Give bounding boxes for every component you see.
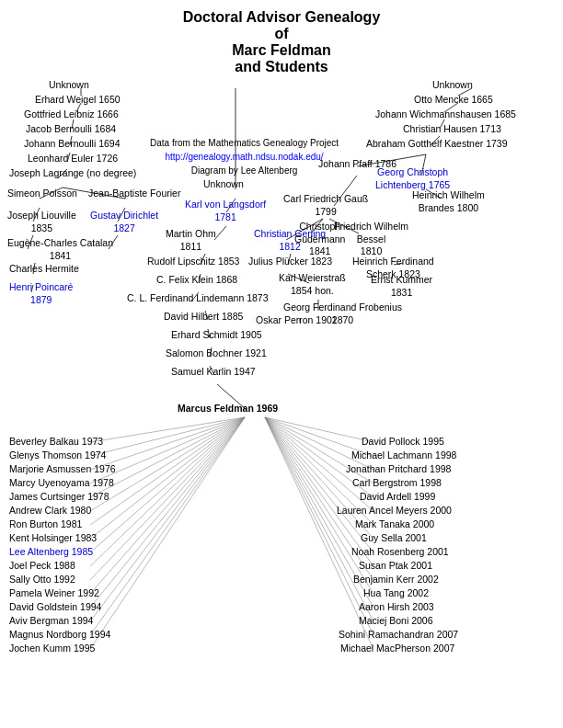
node-lichtenberg: Georg ChristophLichtenberg 1765 xyxy=(375,166,450,191)
svg-line-43 xyxy=(90,417,245,470)
node-perron: Oskar Perron 1902 xyxy=(256,314,338,327)
node-lindemann: C. L. Ferdinand Lindemann 1873 xyxy=(127,292,269,305)
node-balkau: Beverley Balkau 1973 xyxy=(9,436,103,449)
svg-line-53 xyxy=(90,417,245,608)
svg-line-66 xyxy=(265,417,373,566)
node-uyenoyama: Marcy Uyenoyama 1978 xyxy=(9,477,114,490)
node-lachmann: Michael Lachmann 1998 xyxy=(351,449,456,462)
node-weierstrass: Karl Weierstraß1854 hon. xyxy=(279,272,346,297)
node-hermite: Charles Hermite xyxy=(9,263,79,276)
node-bergstrom: Carl Bergstrom 1998 xyxy=(352,477,442,490)
node-rosenberg: Noah Rosenberg 2001 xyxy=(351,546,449,559)
svg-line-57 xyxy=(265,417,373,442)
node-lipschitz: Rudolf Lipschitz 1853 xyxy=(147,256,239,268)
node-bessel: Friedrich WilhelmBessel1810 xyxy=(334,221,408,258)
node-unknown-left: Unknown xyxy=(49,79,89,92)
node-thomson: Glenys Thomson 1974 xyxy=(9,449,106,462)
node-gauss: Carl Friedrich Gauß1799 xyxy=(283,193,368,218)
node-karlin: Samuel Karlin 1947 xyxy=(171,366,256,379)
node-tang: Hua Tang 2002 xyxy=(363,587,429,600)
node-peck: Joel Peck 1988 xyxy=(9,560,75,573)
node-poisson: Simeon Poisson xyxy=(7,188,77,200)
node-goldstein: David Goldstein 1994 xyxy=(9,601,101,614)
node-liouville: Joseph Liouville1835 xyxy=(7,210,76,234)
svg-line-56 xyxy=(90,417,245,649)
node-curtsinger: James Curtsinger 1978 xyxy=(9,491,109,504)
node-schmidt: Erhard Schmidt 1905 xyxy=(171,329,262,342)
node-nordborg: Magnus Nordborg 1994 xyxy=(9,629,110,642)
svg-line-52 xyxy=(90,417,245,594)
node-johann-bernoulli: Johann Bernoulli 1694 xyxy=(24,138,121,151)
node-ohm: Martin Ohm1811 xyxy=(166,228,216,253)
node-pritchard: Jonathan Pritchard 1998 xyxy=(346,463,451,476)
title-line4: and Students xyxy=(7,59,556,75)
title-line3: Marc Feldman xyxy=(7,42,556,59)
node-boni: Maciej Boni 2006 xyxy=(359,615,433,628)
node-ardell: David Ardell 1999 xyxy=(360,491,435,504)
node-lagrange: Joseph Lagrange (no degree) xyxy=(9,167,136,180)
node-weiner: Pamela Weiner 1992 xyxy=(9,587,99,600)
info-line2: http://genealogy.math.ndsu.nodak.edu/ xyxy=(150,150,339,164)
node-jacob-bernoulli: Jacob Bernoulli 1684 xyxy=(26,123,116,136)
node-poincare: Henri Poincaré1879 xyxy=(9,281,73,306)
node-euler: Leonhard Euler 1726 xyxy=(28,153,118,165)
node-feldman: Marcus Feldman 1969 xyxy=(178,403,278,415)
title-line2: of xyxy=(7,26,556,42)
svg-line-55 xyxy=(90,417,245,635)
svg-line-41 xyxy=(90,417,245,442)
node-macpherson: Michael MacPherson 2007 xyxy=(340,643,454,655)
node-kaestner: Abraham Gotthelf Kaestner 1739 xyxy=(366,138,508,151)
page: Doctoral Advisor Genealogy of Marc Feldm… xyxy=(0,0,563,728)
node-burton: Ron Burton 1981 xyxy=(9,518,82,531)
node-catalan: Eugène-Charles Catalan1841 xyxy=(7,237,113,262)
node-hirsh: Aaron Hirsh 2003 xyxy=(359,601,434,614)
node-klein: C. Felix Klein 1868 xyxy=(156,274,237,287)
node-hausen: Christian Hausen 1713 xyxy=(403,123,501,136)
node-bergman: Aviv Bergman 1994 xyxy=(9,615,93,628)
node-hilbert: David Hilbert 1885 xyxy=(164,311,243,324)
node-unknown-right: Unknown xyxy=(432,79,473,92)
info-line1: Data from the Mathematics Genealogy Proj… xyxy=(150,136,339,150)
node-brandes: Heinrich WilhelmBrandes 1800 xyxy=(412,189,485,214)
node-leibniz: Gottfried Leibniz 1666 xyxy=(24,108,119,121)
node-ramachandran: Sohini Ramachandran 2007 xyxy=(339,629,458,642)
node-mencke: Otto Mencke 1665 xyxy=(414,94,493,107)
title-line1: Doctoral Advisor Genealogy xyxy=(7,9,556,26)
svg-line-42 xyxy=(90,417,245,456)
genealogy-container: Data from the Mathematics Genealogy Proj… xyxy=(7,79,556,686)
node-kummer: Ernst Kummer1831 xyxy=(371,274,432,299)
node-wichmannshausen: Johann Wichmannshausen 1685 xyxy=(375,108,516,121)
node-pollock: David Pollock 1995 xyxy=(362,436,444,449)
info-block: Data from the Mathematics Genealogy Proj… xyxy=(150,136,339,177)
node-kumm: Jochen Kumm 1995 xyxy=(9,643,95,655)
title-block: Doctoral Advisor Genealogy of Marc Feldm… xyxy=(7,9,556,75)
svg-line-50 xyxy=(90,417,245,566)
svg-line-51 xyxy=(90,417,245,580)
node-asmussen: Marjorie Asmussen 1976 xyxy=(9,463,116,476)
svg-line-54 xyxy=(90,417,245,621)
node-langsdorf: Karl von Langsdorf1781 xyxy=(185,199,266,223)
node-dirichlet: Gustav Dirichlet1827 xyxy=(90,210,158,234)
node-tanaka: Mark Tanaka 2000 xyxy=(355,518,434,531)
node-unknown-mid: Unknown xyxy=(203,178,244,191)
node-bochner: Salomon Bochner 1921 xyxy=(166,347,267,360)
node-kerr: Benjamin Kerr 2002 xyxy=(353,574,439,586)
node-ptak: Susan Ptak 2001 xyxy=(359,560,432,573)
node-fourier: Jean-Baptiste Fourier xyxy=(88,188,180,200)
node-weigel: Erhard Weigel 1650 xyxy=(35,94,121,107)
node-holsinger: Kent Holsinger 1983 xyxy=(9,532,97,545)
node-meyers: Lauren Ancel Meyers 2000 xyxy=(337,505,452,518)
node-altenberg: Lee Altenberg 1985 xyxy=(9,546,93,559)
info-line3: Diagram by Lee Altenberg xyxy=(150,164,339,177)
node-clark: Andrew Clark 1980 xyxy=(9,505,91,518)
node-sella: Guy Sella 2001 xyxy=(361,532,427,545)
node-otto: Sally Otto 1992 xyxy=(9,574,75,586)
